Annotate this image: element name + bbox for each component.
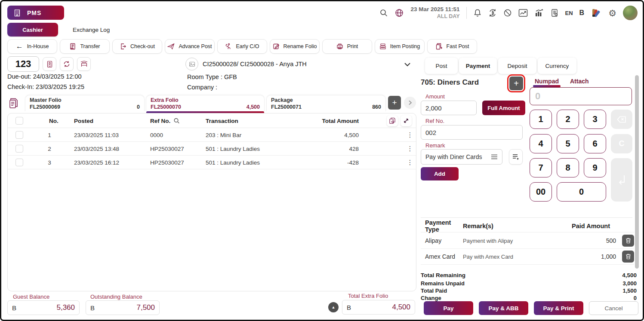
folio-tab-master[interactable]: Master Folio FL250000690 [25,95,145,111]
row-menu-kebab-icon[interactable]: ⋮ [406,145,414,153]
chevron-down-icon[interactable] [403,60,412,69]
ref-no-input[interactable] [421,125,523,140]
currency-selector[interactable]: B [579,9,585,17]
panel-scrollbar[interactable] [635,75,639,269]
advance-post-button[interactable]: Advance Post [165,39,215,54]
cancel-button[interactable]: Cancel [589,301,638,315]
tab-currency[interactable]: Currency [538,58,576,74]
expand-button[interactable] [401,115,412,126]
numpad-key-0[interactable]: 0 [557,182,606,202]
tab-post[interactable]: Post [425,58,458,74]
numpad-display[interactable] [530,87,632,105]
add-folio-button[interactable]: + [388,96,401,110]
registration-card-button[interactable] [43,57,56,71]
menu-lines-icon[interactable] [491,154,498,159]
delete-payment-button[interactable] [622,251,634,263]
numpad-key-6[interactable]: 6 [584,134,606,153]
numpad-key-4[interactable]: 4 [530,134,552,153]
folio-tab-package[interactable]: Package FL25000071860 [266,95,386,111]
block-icon[interactable] [503,9,512,17]
language-selector[interactable]: EN [565,10,573,16]
folio-scroll-next-button[interactable] [404,97,416,109]
print-button[interactable]: Print [322,39,372,54]
numpad-key-3[interactable]: 3 [584,110,606,129]
ref-search-icon[interactable] [173,117,180,124]
row-menu-kebab-icon[interactable]: ⋮ [406,159,414,166]
fast-post-label: Fast Post [447,43,469,49]
transfer-button[interactable]: Transfer [60,39,110,54]
guest-balance-box: B 5,360 [7,300,80,315]
table-row[interactable]: 2 23/03/2025 13:48 HP25030027 501 : Laun… [8,142,416,156]
amount-input[interactable] [421,101,477,115]
row-no: 3 [42,159,57,165]
pay-button[interactable]: Pay [424,301,473,315]
numpad-enter-key[interactable] [611,158,632,202]
room-bed-button[interactable] [77,57,91,71]
copy-search-button[interactable] [387,115,398,126]
total-paid-label: Total Paid [421,287,447,294]
table-row[interactable]: 1 23/03/2025 11:03 0000 203 : Mini Bar 4… [8,128,416,142]
tab-deposit[interactable]: Deposit [498,58,536,74]
remark-template-button[interactable] [509,149,523,165]
remark-input[interactable]: Pay with Diner Cards [421,149,502,165]
theme-palette-icon[interactable] [591,8,602,18]
pms-logo[interactable]: PMS [7,6,64,20]
tab-payment[interactable]: Payment [459,58,497,74]
numpad-key-1[interactable]: 1 [530,110,552,129]
full-amount-button[interactable]: Full Amount [482,101,525,115]
search-icon[interactable] [379,9,388,17]
remains-unpaid-value: 3,000 [622,280,637,287]
settings-gear-icon[interactable]: ⚙ [608,9,616,18]
folio-extra-amount: 4,500 [247,104,260,110]
pay-abb-button[interactable]: Pay & ABB [479,301,528,315]
check-out-button[interactable]: Check-out [112,39,162,54]
early-co-button[interactable]: Early C/O [217,39,267,54]
numpad-backspace-key[interactable] [611,110,632,129]
currency-exchange-icon[interactable] [488,9,497,17]
user-avatar[interactable] [623,6,638,20]
row-checkbox[interactable] [15,131,23,139]
numpad-key-8[interactable]: 8 [557,158,579,177]
row-checkbox[interactable] [15,159,23,166]
numpad-key-00[interactable]: 00 [530,182,552,202]
folio-master-title: Master Folio [30,97,140,104]
tab-exchange-log[interactable]: Exchange Log [65,23,117,37]
in-house-button[interactable]: ← In-House [7,39,57,54]
pay-print-button[interactable]: Pay & Print [534,301,583,315]
bar-chart-icon[interactable] [534,9,544,17]
item-posting-button[interactable]: Item Posting [375,39,425,54]
tab-cashier[interactable]: Cashier [7,23,58,37]
folio-pages-icon[interactable] [8,98,19,110]
report-document-icon[interactable] [550,9,559,17]
numpad-key-5[interactable]: 5 [557,134,579,153]
fast-post-button[interactable]: Fast Post [427,39,477,54]
add-payment-method-button[interactable]: + [509,76,523,90]
tab-numpad[interactable]: Numpad [535,78,559,87]
numpad-key-9[interactable]: 9 [584,158,606,177]
table-row[interactable]: 3 23/03/2025 16:12 HP25030027 501 : Laun… [8,156,416,169]
folio-tab-extra[interactable]: Extra Folio FL250000704,500 [146,95,265,111]
select-all-checkbox[interactable] [15,117,23,125]
add-payment-button[interactable]: Add [421,167,459,180]
room-number[interactable]: 123 [7,56,39,72]
refresh-sync-button[interactable] [60,57,74,71]
guest-balance-label: Guest Balance [13,293,49,300]
line-chart-icon[interactable] [518,9,528,17]
row-menu-kebab-icon[interactable]: ⋮ [406,131,414,139]
row-total: -428 [300,159,359,165]
numpad-key-7[interactable]: 7 [530,158,552,177]
collapse-toggle-button[interactable]: ▲ [328,302,339,312]
row-checkbox[interactable] [15,145,23,153]
numpad-key-2[interactable]: 2 [557,110,579,129]
row-ref: 0000 [150,131,163,138]
numpad-clear-key[interactable]: C [611,134,632,153]
notifications-bell-icon[interactable] [473,9,482,17]
globe-icon[interactable] [394,8,404,18]
item-posting-label: Item Posting [390,43,420,49]
datetime-display[interactable]: 23 Mar 2025 11:51 ALL DAY [410,6,459,20]
numpad-attach-tabs: Numpad Attach [535,78,589,87]
guest-photo-placeholder[interactable] [185,58,198,70]
tab-attach[interactable]: Attach [570,78,589,87]
rename-folio-button[interactable]: Rename Folio [270,39,320,54]
delete-payment-button[interactable] [622,235,634,247]
